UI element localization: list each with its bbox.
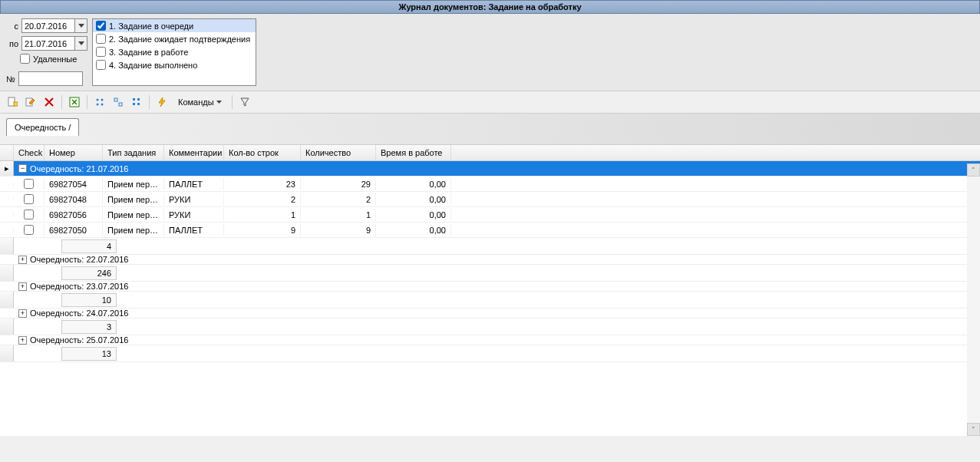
group-button-1[interactable] xyxy=(92,94,107,110)
col-qty[interactable]: Количество xyxy=(301,145,376,160)
status-filter-list[interactable]: 1. Задание в очереди 2. Задание ожидает … xyxy=(92,18,256,86)
chevron-down-icon xyxy=(216,101,222,104)
filter-button[interactable] xyxy=(237,94,252,110)
scroll-up-button[interactable]: ˄ xyxy=(967,163,980,177)
status-label-3: 3. Задание в работе xyxy=(109,48,188,57)
row-indicator-cell xyxy=(0,183,14,186)
row-checkbox[interactable] xyxy=(24,210,34,219)
ungroup-icon xyxy=(113,97,124,107)
from-label: с xyxy=(6,21,18,31)
group-button-2[interactable] xyxy=(111,94,126,110)
col-time[interactable]: Время в работе xyxy=(376,145,451,160)
deleted-label: Удаленные xyxy=(33,54,77,64)
row-check-cell[interactable] xyxy=(14,208,45,221)
group-row[interactable]: +Очередность: 24.07.2016 xyxy=(0,309,980,318)
delete-button[interactable] xyxy=(41,94,57,110)
status-check-1[interactable] xyxy=(96,21,106,31)
status-check-4[interactable] xyxy=(96,60,106,70)
row-check-cell[interactable] xyxy=(14,177,45,190)
row-check-cell[interactable] xyxy=(14,193,45,206)
row-type: Прием перем… xyxy=(103,178,164,190)
group-row[interactable]: +Очередность: 25.07.2016 xyxy=(0,335,980,345)
status-item-done[interactable]: 4. Задание выполнено xyxy=(93,58,256,71)
collapse-icon[interactable]: − xyxy=(18,164,27,173)
svg-rect-10 xyxy=(133,98,135,101)
expand-icon[interactable]: + xyxy=(18,309,27,318)
date-filters: с по Удаленные № xyxy=(6,18,87,86)
group-label: Очередность: 23.07.2016 xyxy=(30,282,128,291)
svg-rect-12 xyxy=(133,103,135,105)
row-time: 0,00 xyxy=(376,178,451,190)
delete-icon xyxy=(44,97,54,107)
table-row[interactable]: 69827048Прием перем…РУКИ220,00 xyxy=(0,192,980,207)
table-row[interactable]: 69827050Прием перем…ПАЛЛЕТ990,00 xyxy=(0,223,980,238)
expand-icon[interactable]: + xyxy=(18,336,27,345)
group-summary-row: 246 xyxy=(0,265,980,282)
indicator-header xyxy=(0,145,14,160)
row-qty: 9 xyxy=(301,224,376,236)
edit-icon xyxy=(25,97,36,107)
status-check-3[interactable] xyxy=(96,47,106,57)
svg-rect-13 xyxy=(137,103,140,105)
number-label: № xyxy=(6,74,15,84)
group-summary-value: 246 xyxy=(61,266,117,280)
col-lines[interactable]: Кол-во строк xyxy=(224,145,301,160)
svg-point-6 xyxy=(101,99,104,101)
edit-button[interactable] xyxy=(23,94,38,110)
action-button[interactable] xyxy=(154,94,170,110)
scroll-down-button[interactable]: ˅ xyxy=(967,423,980,436)
to-date-combo[interactable] xyxy=(21,36,87,51)
row-indicator-cell xyxy=(0,238,14,254)
expand-icon[interactable]: + xyxy=(18,282,27,291)
row-comments: ПАЛЛЕТ xyxy=(164,224,224,236)
expand-icon[interactable]: + xyxy=(18,256,27,264)
row-checkbox[interactable] xyxy=(24,194,34,204)
status-label-1: 1. Задание в очереди xyxy=(109,21,193,31)
status-check-2[interactable] xyxy=(96,34,106,44)
row-checkbox[interactable] xyxy=(24,225,34,235)
col-comments[interactable]: Комментарии xyxy=(164,145,224,160)
number-input[interactable] xyxy=(18,71,83,86)
group-button-3[interactable] xyxy=(129,94,144,110)
row-check-cell[interactable] xyxy=(14,223,45,236)
group-label: Очередность: 24.07.2016 xyxy=(30,309,128,318)
to-label: по xyxy=(6,39,18,48)
status-item-awaiting[interactable]: 2. Задание ожидает подтверждения xyxy=(93,32,256,45)
deleted-checkbox[interactable] xyxy=(20,54,30,64)
col-check[interactable]: Check xyxy=(14,145,45,160)
status-item-inwork[interactable]: 3. Задание в работе xyxy=(93,45,256,58)
col-number[interactable]: Номер xyxy=(45,145,103,160)
status-label-2: 2. Задание ожидает подтверждения xyxy=(109,35,250,44)
commands-dropdown[interactable]: Команды xyxy=(173,95,227,109)
tab-priority[interactable]: Очередность / xyxy=(6,118,79,136)
group-label: Очередность: 21.07.2016 xyxy=(30,164,128,173)
col-type[interactable]: Тип задания xyxy=(103,145,164,160)
to-date-dropdown[interactable] xyxy=(75,36,87,51)
group-row[interactable]: +Очередность: 22.07.2016 xyxy=(0,255,980,265)
row-checkbox[interactable] xyxy=(24,179,34,189)
group-summary-row: 10 xyxy=(0,292,980,309)
new-document-button[interactable] xyxy=(5,94,20,110)
from-date-input[interactable] xyxy=(21,18,75,33)
excel-button[interactable] xyxy=(67,94,82,110)
row-type: Прием перем… xyxy=(103,224,164,236)
group-row[interactable]: ▸−Очередность: 21.07.2016 xyxy=(0,161,980,177)
row-qty: 1 xyxy=(301,209,376,221)
status-item-queue[interactable]: 1. Задание в очереди xyxy=(93,19,256,32)
toolbar: Команды xyxy=(0,91,980,114)
group-row[interactable]: +Очередность: 23.07.2016 xyxy=(0,282,980,292)
from-date-dropdown[interactable] xyxy=(75,18,87,33)
row-indicator-cell xyxy=(0,229,14,232)
row-comments: ПАЛЛЕТ xyxy=(164,178,224,190)
table-row[interactable]: 69827056Прием перем…РУКИ110,00 xyxy=(0,207,980,223)
table-row[interactable]: 69827054Прием перем…ПАЛЛЕТ23290,00 xyxy=(0,177,980,192)
data-grid[interactable]: Check Номер Тип задания Комментарии Кол-… xyxy=(0,144,980,436)
to-date-input[interactable] xyxy=(21,36,75,51)
row-lines: 23 xyxy=(224,178,301,190)
from-date-combo[interactable] xyxy=(21,18,87,33)
row-lines: 2 xyxy=(224,193,301,206)
group-summary-row: 4 xyxy=(0,238,980,255)
row-number: 69827048 xyxy=(45,193,103,206)
vertical-scrollbar[interactable]: ˄ ˅ xyxy=(967,163,980,436)
row-comments: РУКИ xyxy=(164,209,224,221)
